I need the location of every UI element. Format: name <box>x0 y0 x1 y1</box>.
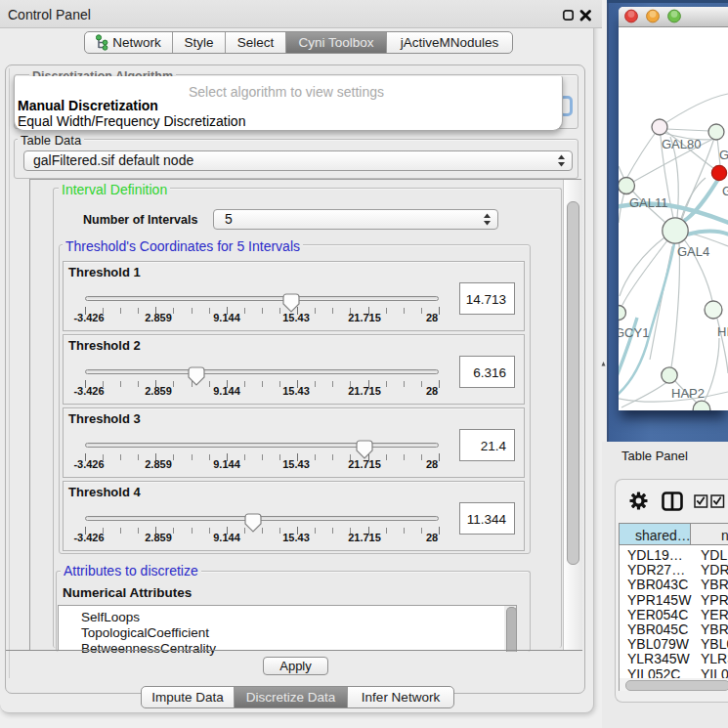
svg-text:GA: GA <box>719 148 728 162</box>
svg-text:HI: HI <box>717 324 728 339</box>
svg-text:GCY1: GCY1 <box>619 325 649 340</box>
svg-text:GAL80: GAL80 <box>662 137 701 151</box>
svg-text:HAP2: HAP2 <box>671 386 705 401</box>
svg-text:GAL4: GAL4 <box>677 244 709 259</box>
svg-text:GAL11: GAL11 <box>629 195 668 210</box>
svg-text:G: G <box>722 184 728 198</box>
